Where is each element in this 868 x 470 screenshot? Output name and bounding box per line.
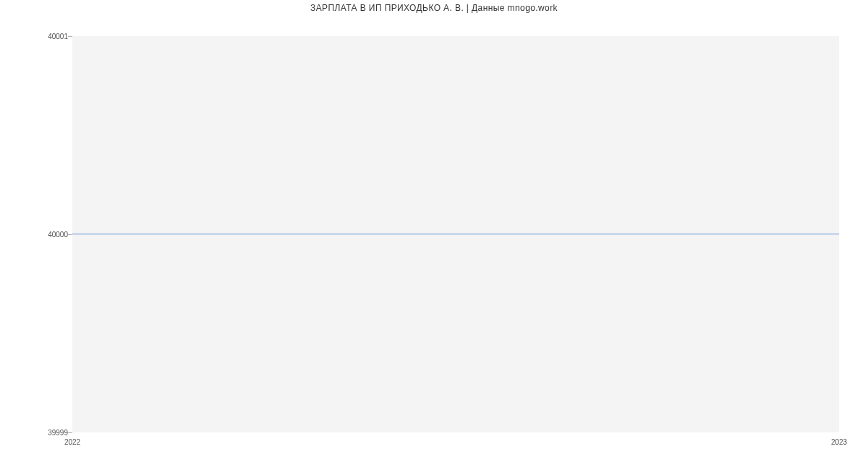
chart-title: ЗАРПЛАТА В ИП ПРИХОДЬКО А. В. | Данные m… — [0, 3, 868, 13]
chart-container: ЗАРПЛАТА В ИП ПРИХОДЬКО А. В. | Данные m… — [0, 0, 868, 470]
x-tick-label: 2023 — [831, 438, 847, 446]
y-tick-label: 39999 — [48, 429, 68, 437]
y-tick — [68, 432, 72, 433]
y-tick — [68, 36, 72, 37]
y-tick-label: 40001 — [48, 33, 68, 40]
x-tick-label: 2022 — [64, 438, 80, 446]
data-series-line — [72, 234, 839, 234]
y-tick-label: 40000 — [48, 231, 68, 239]
